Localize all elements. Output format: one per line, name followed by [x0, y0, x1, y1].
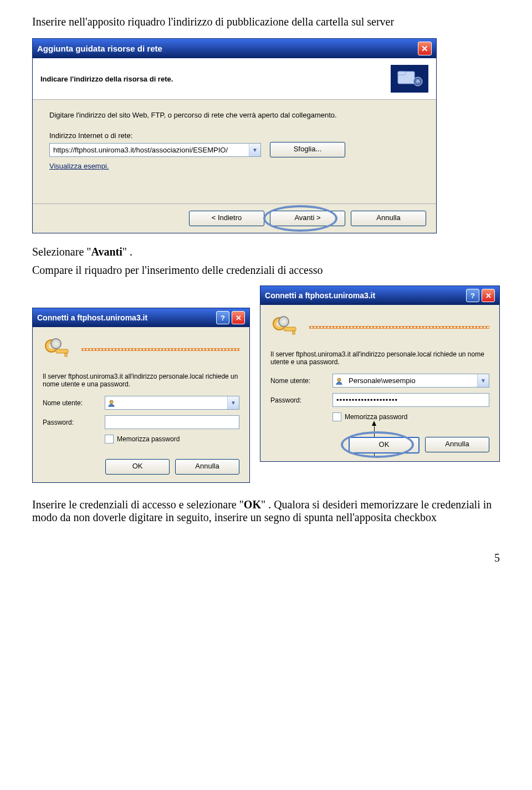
wizard-header-text: Indicare l'indirizzo della risorsa di re…: [40, 75, 173, 83]
keys-icon: [43, 336, 74, 363]
wizard-titlebar: Aggiunta guidata risorse di rete ✕: [33, 39, 436, 58]
cancel-button[interactable]: Annulla: [351, 211, 426, 226]
close-icon[interactable]: ✕: [232, 311, 245, 324]
address-combo[interactable]: ▼: [49, 143, 261, 157]
svg-point-15: [282, 319, 286, 324]
remember-checkbox[interactable]: [332, 412, 341, 421]
password-field[interactable]: [105, 415, 239, 429]
keys-icon: [270, 314, 301, 340]
cred-titlebar: Connetti a ftphost.uniroma3.it ? ✕: [33, 308, 249, 327]
close-icon[interactable]: ✕: [482, 289, 495, 302]
user-icon: [333, 374, 345, 387]
help-icon[interactable]: ?: [466, 289, 479, 302]
cred-title-text: Connetti a ftphost.uniroma3.it: [265, 291, 375, 300]
wizard-instruction: Digitare l'indirizzo del sito Web, FTP, …: [49, 111, 420, 119]
svg-rect-12: [284, 327, 296, 331]
svg-rect-13: [293, 331, 295, 334]
cancel-button[interactable]: Annulla: [425, 437, 489, 452]
svg-rect-1: [398, 72, 406, 75]
network-folder-icon: [391, 65, 428, 93]
next-button[interactable]: Avanti >: [270, 211, 345, 226]
username-input[interactable]: [117, 396, 227, 409]
page-number: 5: [0, 541, 532, 571]
username-input[interactable]: [345, 374, 477, 387]
help-icon[interactable]: ?: [216, 311, 229, 324]
svg-rect-6: [65, 353, 67, 356]
password-label: Password:: [43, 419, 105, 426]
divider-decoration: [81, 348, 239, 351]
username-label: Nome utente:: [43, 399, 105, 407]
remember-label: Memorizza password: [345, 413, 407, 421]
cred-title-text: Connetti a ftphost.uniroma3.it: [37, 313, 147, 322]
password-label: Password:: [270, 396, 332, 404]
svg-point-9: [110, 400, 113, 404]
address-label: Indirizzo Internet o di rete:: [49, 131, 420, 140]
credential-dialog-empty: Connetti a ftphost.uniroma3.it ? ✕: [32, 308, 250, 483]
chevron-down-icon[interactable]: ▼: [477, 374, 489, 387]
back-button[interactable]: < Indietro: [189, 211, 264, 226]
username-label: Nome utente:: [270, 377, 332, 385]
credential-dialogs-row: Connetti a ftphost.uniroma3.it ? ✕: [32, 286, 500, 483]
ok-button[interactable]: OK: [105, 459, 170, 475]
insert-cred-text: Inserire le credenziali di accesso e sel…: [32, 498, 500, 524]
password-field[interactable]: [332, 393, 489, 407]
cred-server-text: Il server ftphost.uniroma3.it all'indiri…: [43, 373, 239, 388]
user-icon: [105, 396, 117, 409]
wizard-title: Aggiunta guidata risorse di rete: [37, 44, 162, 53]
compare-text: Compare il riquadro per l'inserimento de…: [32, 264, 500, 277]
address-input[interactable]: [50, 144, 249, 156]
cred-server-text: Il server ftphost.uniroma3.it all'indiri…: [270, 350, 489, 366]
svg-point-8: [54, 342, 58, 346]
chevron-down-icon[interactable]: ▼: [227, 396, 239, 409]
divider-decoration: [309, 326, 489, 329]
examples-link[interactable]: Visualizza esempi.: [49, 162, 109, 170]
wizard-header: Indicare l'indirizzo della risorsa di re…: [33, 58, 436, 100]
remember-label: Memorizza password: [117, 435, 180, 443]
password-input[interactable]: [333, 394, 489, 406]
wizard-footer: < Indietro Avanti > Annulla: [33, 203, 436, 233]
browse-button[interactable]: Sfoglia...: [270, 142, 345, 157]
wizard-body: Digitare l'indirizzo del sito Web, FTP, …: [33, 100, 436, 203]
remember-checkbox[interactable]: [105, 435, 114, 444]
username-combo[interactable]: ▼: [105, 396, 239, 410]
svg-point-16: [337, 378, 341, 381]
close-icon[interactable]: ✕: [418, 42, 432, 55]
password-input[interactable]: [105, 416, 239, 429]
ok-button[interactable]: OK: [349, 437, 420, 453]
username-combo[interactable]: ▼: [332, 374, 489, 388]
svg-rect-5: [56, 349, 68, 353]
intro-text: Inserire nell'apposito riquadro l'indiri…: [32, 16, 500, 28]
select-avanti-text: Selezionare "Avanti" .: [32, 246, 500, 258]
cancel-button[interactable]: Annulla: [175, 459, 239, 475]
wizard-window: Aggiunta guidata risorse di rete ✕ Indic…: [32, 38, 437, 233]
credential-dialog-filled: Connetti a ftphost.uniroma3.it ? ✕: [260, 286, 500, 462]
chevron-down-icon[interactable]: ▼: [249, 144, 260, 156]
cred-titlebar: Connetti a ftphost.uniroma3.it ? ✕: [260, 286, 499, 305]
